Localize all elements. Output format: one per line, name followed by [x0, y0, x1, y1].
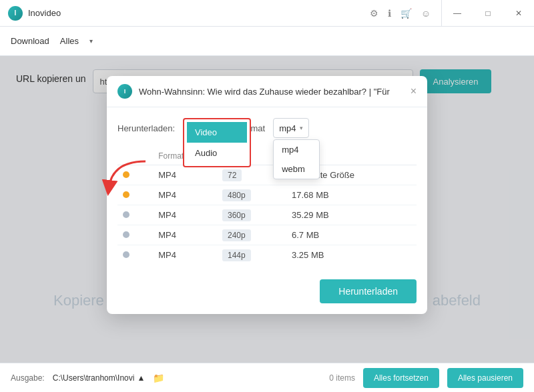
table-row[interactable]: MP4 144p 3.25 MB [117, 245, 417, 265]
row3-dot [117, 205, 153, 225]
row5-dot [117, 245, 153, 265]
row3-format: MP4 [153, 205, 217, 225]
cart-icon[interactable]: 🛒 [400, 8, 412, 19]
maximize-button[interactable]: □ [473, 0, 503, 27]
title-controls: ⚙ ℹ 🛒 ☺ — □ ✕ [359, 0, 534, 27]
file-table: Format Größe MP4 72 bekannte Größe [117, 147, 417, 265]
pause-button[interactable]: Alles pausieren [447, 368, 523, 388]
info-icon[interactable]: ℹ [388, 8, 391, 19]
table-row[interactable]: MP4 240p 6.7 MB [117, 225, 417, 245]
row4-resolution: 240p [217, 225, 286, 245]
video-audio-menu: Video Audio [187, 122, 247, 163]
format-select-box[interactable]: mp4 ▾ [273, 118, 309, 138]
modal-body: Herunterladen: Video ▾ Video [107, 107, 427, 314]
app-window: I Inovideo ⚙ ℹ 🛒 ☺ — □ ✕ Download Alles … [0, 0, 534, 392]
row2-size: 17.68 MB [286, 185, 417, 205]
window-controls: — □ ✕ [441, 0, 534, 27]
minimize-button[interactable]: — [442, 0, 473, 27]
modal-dialog: I Wohn-Wahnsinn: Wie wird das Zuhause wi… [107, 76, 427, 314]
table-header-row: Format Größe [117, 147, 417, 165]
format-mp4-item[interactable]: mp4 [274, 140, 319, 159]
path-arrow: ▲ [137, 373, 145, 383]
col-indicator [117, 147, 153, 165]
format-webm-item[interactable]: webm [274, 159, 319, 179]
audio-menu-item[interactable]: Audio [187, 143, 247, 163]
modal-logo: I [117, 84, 132, 99]
alles-tab[interactable]: Alles [60, 36, 79, 46]
continue-button[interactable]: Alles fortsetzen [363, 368, 439, 388]
row3-resolution: 360p [217, 205, 286, 225]
download-type-row: Herunterladen: Video ▾ Video [117, 118, 417, 138]
download-type-label: Herunterladen: [117, 123, 175, 133]
toolbar: Download Alles ▾ [0, 27, 534, 56]
row5-format: MP4 [153, 245, 217, 265]
modal-header: I Wohn-Wahnsinn: Wie wird das Zuhause wi… [107, 76, 427, 107]
row4-size: 6.7 MB [286, 225, 417, 245]
row2-dot [117, 185, 153, 205]
modal-close-button[interactable]: × [411, 86, 417, 97]
bottom-bar: Ausgabe: C:\Users\tranhom\Inovi ▲ 📁 0 it… [0, 363, 534, 392]
row2-resolution: 480p [217, 185, 286, 205]
video-audio-menu-highlighted: Video Audio [183, 118, 251, 167]
table-row[interactable]: MP4 480p 17.68 MB [117, 185, 417, 205]
row3-size: 35.29 MB [286, 205, 417, 225]
settings-icon[interactable]: ⚙ [370, 8, 378, 19]
row1-dot [117, 165, 153, 185]
modal-title: Wohn-Wahnsinn: Wie wird das Zuhause wied… [139, 87, 404, 97]
herunterladen-button[interactable]: Herunterladen [320, 279, 417, 303]
row5-size: 3.25 MB [286, 245, 417, 265]
close-button[interactable]: ✕ [503, 0, 534, 27]
folder-icon[interactable]: 📁 [153, 373, 164, 383]
row4-format: MP4 [153, 225, 217, 245]
alles-dropdown-arrow[interactable]: ▾ [89, 37, 93, 45]
video-audio-dropdown: Video ▾ Video Audio [183, 118, 224, 138]
app-title: Inovideo [28, 8, 61, 18]
format-select-arrow: ▾ [300, 125, 303, 131]
table-row[interactable]: MP4 72 bekannte Größe [117, 165, 417, 185]
modal-overlay: I Wohn-Wahnsinn: Wie wird das Zuhause wi… [0, 56, 534, 363]
download-tab[interactable]: Download [11, 36, 49, 46]
video-menu-item[interactable]: Video [187, 122, 247, 143]
row4-dot [117, 225, 153, 245]
app-logo: I [8, 6, 23, 21]
ausgabe-label: Ausgabe: [11, 373, 45, 383]
row2-format: MP4 [153, 185, 217, 205]
format-menu: mp4 webm [273, 139, 320, 179]
row5-resolution: 144p [217, 245, 286, 265]
output-path: C:\Users\tranhom\Inovi ▲ [53, 373, 146, 383]
format-select-value: mp4 [279, 123, 296, 133]
main-content: URL kopieren un Analysieren Kopiere abef… [0, 56, 534, 363]
path-text: C:\Users\tranhom\Inovi [53, 373, 135, 383]
table-row[interactable]: MP4 360p 35.29 MB [117, 205, 417, 225]
row1-format: MP4 [153, 165, 217, 185]
smiley-icon[interactable]: ☺ [421, 8, 431, 19]
title-bar: I Inovideo ⚙ ℹ 🛒 ☺ — □ ✕ [0, 0, 534, 27]
items-count: 0 items [329, 373, 355, 383]
format-dropdown: mp4 ▾ mp4 webm [273, 118, 309, 138]
title-icons: ⚙ ℹ 🛒 ☺ [359, 8, 441, 19]
